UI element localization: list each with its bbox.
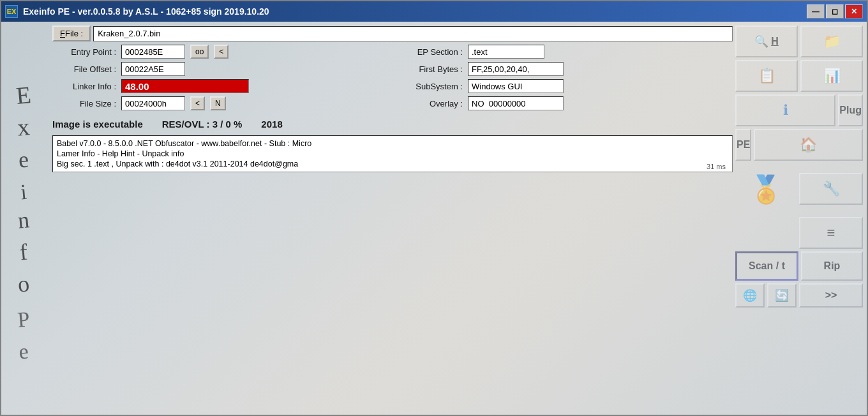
overlay-label: Overlay : <box>399 99 463 108</box>
linker-subsystem-row: Linker Info : SubSystem : <box>52 79 733 93</box>
svg-text:i: i <box>20 180 28 204</box>
file-button[interactable]: FFile : <box>52 26 91 41</box>
entry-ep-row: Entry Point : oo < EP Section : <box>52 45 733 59</box>
file-offset-row: File Offset : <box>52 62 386 76</box>
logo-svg: E x e i n f o P e <box>5 52 43 384</box>
center-panel: FFile : Entry Point : oo < <box>52 26 733 411</box>
overlay-row: Overlay : <box>399 96 733 110</box>
file-offset-field[interactable] <box>121 62 185 76</box>
app-icon: EX <box>5 5 18 18</box>
ep-section-label: EP Section : <box>399 47 463 57</box>
main-content: E x e i n f o P e FFile : <box>1 22 867 415</box>
subsystem-label: SubSystem : <box>399 82 463 91</box>
file-row: FFile : <box>52 26 733 41</box>
oo-button[interactable]: oo <box>190 45 209 59</box>
first-bytes-row: First Bytes : <box>399 62 733 76</box>
window-title: Exeinfo PE - ver.0.0.5.8 by A.S.L - 1062… <box>23 6 269 17</box>
svg-text:e: e <box>18 339 29 363</box>
file-input[interactable] <box>93 26 733 41</box>
file-size-row: File Size : < N <box>52 96 386 110</box>
main-window: EX Exeinfo PE - ver.0.0.5.8 by A.S.L - 1… <box>0 0 868 416</box>
filesize-overlay-row: File Size : < N Overlay : <box>52 96 733 110</box>
first-bytes-col: First Bytes : <box>399 62 733 76</box>
minimize-button[interactable]: — <box>807 4 825 19</box>
svg-text:x: x <box>17 113 31 140</box>
ep-section-row: EP Section : <box>399 45 733 59</box>
first-bytes-field[interactable] <box>468 62 564 76</box>
linker-info-field[interactable] <box>121 79 249 93</box>
svg-text:P: P <box>17 307 31 332</box>
info-panel: Babel v7.0.0 - 8.5.0.0 .NET Obfuscator -… <box>52 135 733 172</box>
medal-area: 🏅 <box>735 163 797 214</box>
status-area: Image is executable RES/OVL : 3 / 0 % 20… <box>52 116 733 132</box>
svg-text:o: o <box>17 271 30 297</box>
entry-point-label: Entry Point : <box>52 47 116 57</box>
subsystem-field[interactable] <box>468 79 564 93</box>
ep-section-field[interactable] <box>468 45 544 59</box>
file-size-label: File Size : <box>52 99 116 108</box>
linker-info-label: Linker Info : <box>52 82 116 91</box>
left-logo-area: E x e i n f o P e <box>5 26 50 411</box>
subsystem-col: SubSystem : <box>399 79 733 93</box>
timer-display: 31 ms <box>707 163 728 170</box>
window-controls: — ◻ ✕ <box>807 4 863 19</box>
entry-point-row: Entry Point : oo < <box>52 45 386 59</box>
svg-text:f: f <box>19 239 28 265</box>
entry-point-field[interactable] <box>121 45 185 59</box>
file-size-col: File Size : < N <box>52 96 386 110</box>
subsystem-row: SubSystem : <box>399 79 733 93</box>
file-size-field[interactable] <box>121 96 185 110</box>
entry-point-col: Entry Point : oo < <box>52 45 386 59</box>
executable-status: Image is executable <box>52 119 143 130</box>
entry-lt-button[interactable]: < <box>214 45 228 59</box>
file-offset-label: File Offset : <box>52 64 116 74</box>
ep-section-col: EP Section : <box>399 45 733 59</box>
info-line-2: Lamer Info - Help Hint - Unpack info <box>57 149 728 159</box>
title-bar-left: EX Exeinfo PE - ver.0.0.5.8 by A.S.L - 1… <box>5 5 269 18</box>
n-button[interactable]: N <box>210 96 226 110</box>
offset-bytes-row: File Offset : First Bytes : <box>52 62 733 76</box>
info-line-1: Babel v7.0.0 - 8.5.0.0 .NET Obfuscator -… <box>57 138 728 149</box>
res-ovl-status: RES/OVL : 3 / 0 % <box>162 119 243 130</box>
first-bytes-label: First Bytes : <box>399 64 463 74</box>
linker-col: Linker Info : <box>52 79 386 93</box>
svg-text:e: e <box>17 146 29 172</box>
filesize-lt-button[interactable]: < <box>190 96 205 110</box>
close-button[interactable]: ✕ <box>845 4 863 19</box>
info-line-3: Big sec. 1 .text , Unpack with : de4dot … <box>57 159 728 169</box>
file-offset-col: File Offset : <box>52 62 386 76</box>
svg-text:n: n <box>17 207 30 233</box>
maximize-button[interactable]: ◻ <box>826 4 844 19</box>
overlay-col: Overlay : <box>399 96 733 110</box>
title-bar: EX Exeinfo PE - ver.0.0.5.8 by A.S.L - 1… <box>1 1 867 22</box>
overlay-field[interactable] <box>468 96 564 110</box>
linker-row: Linker Info : <box>52 79 386 93</box>
svg-text:E: E <box>15 81 32 109</box>
form-area: FFile : Entry Point : oo < <box>52 26 733 172</box>
year-status: 2018 <box>261 119 282 130</box>
